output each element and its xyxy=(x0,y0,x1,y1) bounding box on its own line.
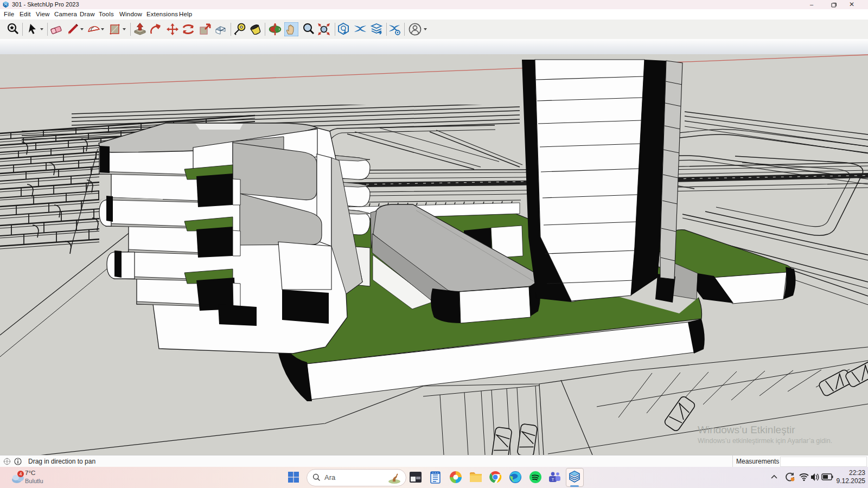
svg-text:Windows’u etkinleştirmek için: Windows’u etkinleştirmek için Ayarlar’a … xyxy=(698,437,832,445)
svg-text:T: T xyxy=(552,477,554,482)
svg-text:Windows’u Etkinleştir: Windows’u Etkinleştir xyxy=(698,424,795,435)
svg-text:4: 4 xyxy=(19,471,22,477)
